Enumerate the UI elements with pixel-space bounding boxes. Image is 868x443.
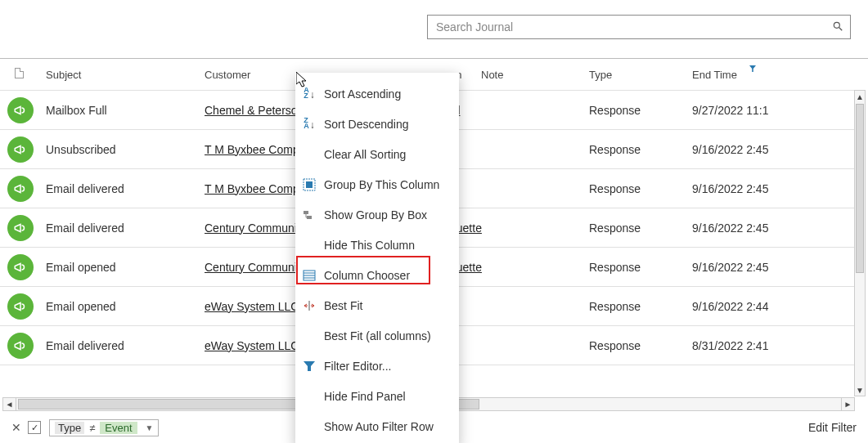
megaphone-icon — [7, 136, 34, 163]
close-icon[interactable]: ✕ — [11, 421, 21, 434]
svg-marker-16 — [304, 361, 315, 371]
cell-endtime: 9/27/2022 11:1 — [692, 104, 774, 117]
megaphone-icon — [7, 215, 34, 241]
menu-label: Best Fit (all columns) — [324, 329, 431, 342]
cell-type: Response — [589, 143, 692, 156]
menu-label: Filter Editor... — [324, 360, 391, 373]
cell-subject: Email opened — [41, 300, 205, 313]
column-header-note[interactable]: Note — [481, 69, 589, 81]
search-input[interactable] — [434, 20, 832, 34]
sort-desc-icon: ZA↓ — [303, 118, 316, 131]
scroll-down-icon[interactable]: ▼ — [855, 384, 865, 396]
cell-type: Response — [589, 182, 692, 195]
column-header-endtime[interactable]: End Time — [692, 69, 774, 81]
menu-label: Hide Find Panel — [324, 390, 406, 403]
menu-filter-editor[interactable]: Filter Editor... — [296, 351, 458, 381]
menu-label: Show Auto Filter Row — [324, 420, 434, 433]
scroll-thumb[interactable] — [856, 104, 864, 273]
menu-best-fit[interactable]: Best Fit — [296, 290, 458, 320]
menu-label: Best Fit — [324, 299, 362, 312]
svg-point-0 — [834, 22, 839, 28]
document-icon — [15, 68, 24, 78]
megaphone-icon — [7, 293, 34, 320]
scroll-right-icon[interactable]: ► — [841, 398, 854, 410]
search-box[interactable] — [427, 15, 851, 39]
column-header-subject[interactable]: Subject — [46, 69, 205, 81]
cell-subject: Email delivered — [41, 339, 205, 352]
svg-line-1 — [839, 27, 843, 30]
megaphone-icon — [7, 333, 34, 359]
filter-pill[interactable]: Type ≠ Event ▼ — [49, 419, 159, 436]
cell-type: Response — [589, 300, 692, 313]
scroll-up-icon[interactable]: ▲ — [855, 91, 865, 102]
cell-endtime: 9/16/2022 2:45 — [692, 261, 774, 274]
menu-label: Show Group By Box — [324, 208, 427, 222]
menu-column-chooser[interactable]: Column Chooser — [296, 260, 458, 290]
svg-rect-4 — [306, 181, 313, 188]
menu-group-by-column[interactable]: Group By This Column — [296, 169, 458, 199]
column-context-menu: AZ↓ Sort Ascending ZA↓ Sort Descending C… — [295, 73, 459, 443]
menu-label: Clear All Sorting — [324, 148, 406, 161]
cell-endtime: 9/16/2022 2:45 — [692, 182, 774, 195]
column-header-type[interactable]: Type — [589, 69, 692, 81]
best-fit-icon — [303, 299, 316, 312]
menu-hide-column[interactable]: Hide This Column — [296, 230, 458, 260]
cell-subject: Email delivered — [41, 222, 205, 235]
menu-show-group-box[interactable]: Show Group By Box — [296, 199, 458, 230]
menu-sort-ascending[interactable]: AZ↓ Sort Ascending — [296, 78, 458, 109]
cell-endtime: 9/16/2022 2:45 — [692, 222, 774, 235]
menu-sort-descending[interactable]: ZA↓ Sort Descending — [296, 109, 458, 139]
cell-type: Response — [589, 339, 692, 352]
group-by-icon — [303, 178, 316, 191]
cell-subject: Email delivered — [41, 182, 205, 195]
filter-value: Event — [100, 422, 137, 434]
menu-clear-sorting[interactable]: Clear All Sorting — [296, 139, 458, 169]
column-header-endtime-label: End Time — [692, 69, 737, 81]
group-box-icon — [303, 208, 316, 222]
menu-best-fit-all[interactable]: Best Fit (all columns) — [296, 320, 458, 351]
svg-rect-5 — [304, 211, 308, 214]
column-chooser-icon — [303, 269, 316, 282]
column-header-icon[interactable] — [0, 68, 46, 81]
menu-label: Column Chooser — [324, 269, 410, 282]
menu-hide-find-panel[interactable]: Hide Find Panel — [296, 381, 458, 411]
filter-operator: ≠ — [89, 422, 95, 434]
cell-endtime: 9/16/2022 2:45 — [692, 143, 774, 156]
cell-type: Response — [589, 104, 692, 117]
cell-subject: Mailbox Full — [41, 104, 205, 117]
cell-endtime: 8/31/2022 2:41 — [692, 339, 774, 352]
edit-filter-link[interactable]: Edit Filter — [808, 421, 857, 434]
cell-type: Response — [589, 261, 692, 274]
scroll-left-icon[interactable]: ◄ — [3, 398, 16, 410]
svg-marker-2 — [749, 65, 756, 72]
search-icon[interactable] — [832, 20, 843, 34]
filter-enable-checkbox[interactable]: ✓ — [28, 421, 41, 434]
menu-label: Sort Ascending — [324, 87, 401, 101]
vertical-scrollbar[interactable]: ▲ ▼ — [854, 90, 866, 396]
filter-indicator-icon[interactable] — [749, 62, 756, 74]
cell-endtime: 9/16/2022 2:44 — [692, 300, 774, 313]
megaphone-icon — [7, 97, 34, 123]
cell-subject: Email opened — [41, 261, 205, 274]
filter-field: Type — [55, 422, 84, 434]
cell-subject: Unsubscribed — [41, 143, 205, 156]
megaphone-icon — [7, 254, 34, 280]
menu-label: Sort Descending — [324, 118, 409, 131]
svg-rect-6 — [307, 216, 312, 219]
menu-label: Group By This Column — [324, 178, 439, 191]
menu-show-auto-filter[interactable]: Show Auto Filter Row — [296, 411, 458, 441]
sort-asc-icon: AZ↓ — [303, 87, 316, 101]
megaphone-icon — [7, 176, 34, 202]
chevron-down-icon[interactable]: ▼ — [146, 423, 154, 432]
menu-label: Hide This Column — [324, 239, 415, 252]
cell-type: Response — [589, 222, 692, 235]
filter-icon — [303, 360, 316, 373]
